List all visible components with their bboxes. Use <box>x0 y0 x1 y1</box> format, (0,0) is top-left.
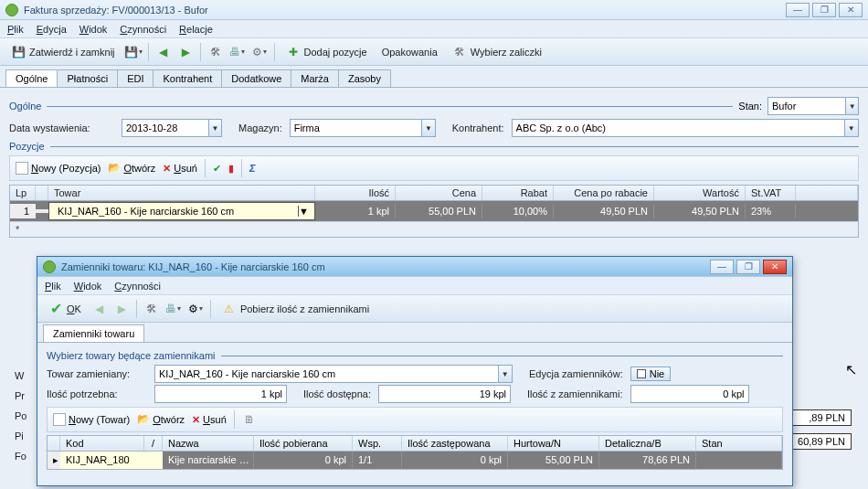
chevron-down-icon[interactable]: ▼ <box>844 120 858 136</box>
doc-icon[interactable]: 🗎 <box>242 412 257 427</box>
towar-zam-combo[interactable]: ▼ <box>154 365 513 383</box>
mag-combo[interactable]: ▼ <box>290 119 436 137</box>
tab-zasoby[interactable]: Zasoby <box>338 69 391 87</box>
open-position-button[interactable]: 📂Otwórz <box>108 162 155 175</box>
tab-platnosci[interactable]: Płatności <box>57 69 118 87</box>
stop-icon[interactable]: ▮ <box>228 163 234 175</box>
nie-toggle[interactable]: Nie <box>630 367 672 381</box>
stan-input[interactable] <box>768 98 845 114</box>
table-row[interactable]: 1 KIJ_NAR_160 - Kije narciarskie 160 cm … <box>10 201 858 221</box>
dlg-col-nazwa[interactable]: Nazwa <box>163 436 254 451</box>
menu-czynnosci[interactable]: Czynności <box>120 24 166 35</box>
dlg-col-detal[interactable]: Detaliczna/B <box>599 436 696 451</box>
stan-combo[interactable]: ▼ <box>767 97 859 115</box>
col-towar[interactable]: Towar <box>48 186 315 200</box>
adv-icon[interactable]: ⚙ <box>188 302 203 316</box>
tab-marza[interactable]: Marża <box>291 69 339 87</box>
tab-edi[interactable]: EDI <box>117 69 153 87</box>
back-icon[interactable]: ◀ <box>156 45 171 59</box>
back-icon[interactable]: ◀ <box>92 302 107 316</box>
dlg-menu-plik[interactable]: Plik <box>45 281 61 292</box>
summary-value-2: 60,89 PLN <box>788 433 852 450</box>
forward-icon[interactable]: ◀ <box>178 45 193 59</box>
dlg-menu-widok[interactable]: Widok <box>74 281 102 292</box>
pozycje-grid: Lp Towar Ilość Cena Rabat Cena po rabaci… <box>9 185 859 238</box>
tools-icon[interactable]: 🛠 <box>208 45 223 59</box>
dlg-titlebar: Zamienniki towaru: KIJ_NAR_160 - Kije na… <box>37 257 792 277</box>
print-icon[interactable]: 🖶 <box>166 302 181 316</box>
dlg-col-stan[interactable]: Stan <box>696 436 782 451</box>
dlg-col-slash[interactable]: / <box>144 436 163 451</box>
dlg-col-kod[interactable]: Kod <box>60 436 144 451</box>
tab-dodatkowe[interactable]: Dodatkowe <box>221 69 291 87</box>
tab-ogolne[interactable]: Ogólne <box>5 69 58 87</box>
col-rabat[interactable]: Rabat <box>482 186 554 200</box>
dlg-delete-button[interactable]: ✕Usuń <box>192 414 227 426</box>
summary-boxes: ,89 PLN 60,89 PLN <box>788 409 852 450</box>
col-wartosc[interactable]: Wartość <box>654 186 746 200</box>
save-split-icon[interactable]: 💾 <box>126 45 141 59</box>
dlg-close-button[interactable] <box>763 260 787 274</box>
col-ilosc[interactable]: Ilość <box>315 186 396 200</box>
menu-plik[interactable]: Plik <box>7 24 24 35</box>
kon-input[interactable] <box>513 120 844 136</box>
new-label: Nowy (Pozycja) <box>31 163 101 174</box>
chevron-down-icon[interactable]: ▼ <box>845 98 858 114</box>
cell-towar[interactable]: KIJ_NAR_160 - Kije narciarskie 160 cm ▼ <box>48 202 315 220</box>
dlg-col-wsp[interactable]: Wsp. <box>353 436 402 451</box>
tab-kontrahent[interactable]: Kontrahent <box>153 69 222 87</box>
towar-zam-input[interactable] <box>155 366 498 382</box>
adv-icon[interactable]: ⚙ <box>252 45 267 59</box>
dlg-new-button[interactable]: Nowy (Towar) <box>53 413 130 426</box>
chevron-down-icon[interactable]: ▼ <box>421 120 435 136</box>
menu-edycja[interactable]: Edycja <box>37 24 67 35</box>
chevron-down-icon[interactable]: ▼ <box>298 206 309 217</box>
col-cpr[interactable]: Cena po rabacie <box>554 186 654 200</box>
check-icon: ✔ <box>48 302 63 316</box>
close-button[interactable]: ✕ <box>839 3 863 17</box>
col-stvat[interactable]: St.VAT <box>746 186 796 200</box>
dlg-maximize-button[interactable]: ❐ <box>736 260 760 274</box>
advances-button[interactable]: 🛠 Wybierz zaliczki <box>449 43 545 61</box>
check-icon[interactable]: ✔ <box>213 163 221 175</box>
confirm-close-button[interactable]: 💾 Zatwierdź i zamknij <box>7 43 119 61</box>
maximize-button[interactable]: ❐ <box>812 3 836 17</box>
tools-icon[interactable]: 🛠 <box>144 302 159 316</box>
dlg-col-mark[interactable] <box>48 436 60 451</box>
sigma-icon[interactable]: Σ <box>249 163 256 174</box>
dlg-menu-czynnosci[interactable]: Czynności <box>114 281 161 292</box>
dlg-table-row[interactable]: ▸ KIJ_NAR_180 Kije narciarskie … 0 kpl 1… <box>47 452 783 470</box>
new-position-button[interactable]: Nowy (Pozycja) <box>16 162 101 175</box>
dlg-col-izast[interactable]: Ilość zastępowana <box>402 436 508 451</box>
col-mark[interactable] <box>36 186 48 200</box>
col-lp[interactable]: Lp <box>10 186 36 200</box>
add-position-button[interactable]: ✚ Dodaj pozycje <box>282 43 371 61</box>
menu-relacje[interactable]: Relacje <box>179 24 213 35</box>
menu-widok[interactable]: Widok <box>79 24 108 35</box>
dlg-open-button[interactable]: 📂Otwórz <box>137 413 185 426</box>
packaging-button[interactable]: Opakowania <box>378 45 441 59</box>
cursor-icon: ↖ <box>845 361 857 378</box>
dlg-cell-kod[interactable]: KIJ_NAR_180 <box>60 452 163 469</box>
dlg-toolbar: ✔ OK ◀ ◀ 🛠 🖶 ⚙ ⚠ Pobierz ilość z zamienn… <box>37 295 792 323</box>
date-combo[interactable]: ▼ <box>122 119 222 137</box>
minimize-button[interactable]: — <box>786 3 810 17</box>
chevron-down-icon[interactable]: ▼ <box>208 120 221 136</box>
forward-icon[interactable]: ◀ <box>114 302 129 316</box>
delete-position-button[interactable]: ✕Usuń <box>163 163 197 175</box>
new-row-marker[interactable]: * <box>10 221 858 237</box>
mag-input[interactable] <box>291 120 421 136</box>
ok-button[interactable]: ✔ OK <box>45 300 85 318</box>
dlg-col-ipob[interactable]: Ilość pobierana <box>254 436 353 451</box>
chevron-down-icon[interactable]: ▼ <box>498 366 512 382</box>
kon-combo[interactable]: ▼ <box>512 119 859 137</box>
pobierz-button[interactable]: ⚠ Pobierz ilość z zamiennikami <box>218 300 373 318</box>
dlg-cell-hurt: 55,00 PLN <box>508 452 599 469</box>
dlg-minimize-button[interactable]: — <box>710 260 734 274</box>
dlg-col-hurt[interactable]: Hurtowa/N <box>508 436 599 451</box>
print-icon[interactable]: 🖶 <box>230 45 245 59</box>
dlg-tab-zamienniki[interactable]: Zamienniki towaru <box>43 324 144 342</box>
date-input[interactable] <box>122 120 208 136</box>
side-labels: W Pr Po Pi Fo <box>15 366 26 466</box>
col-cena[interactable]: Cena <box>396 186 482 200</box>
